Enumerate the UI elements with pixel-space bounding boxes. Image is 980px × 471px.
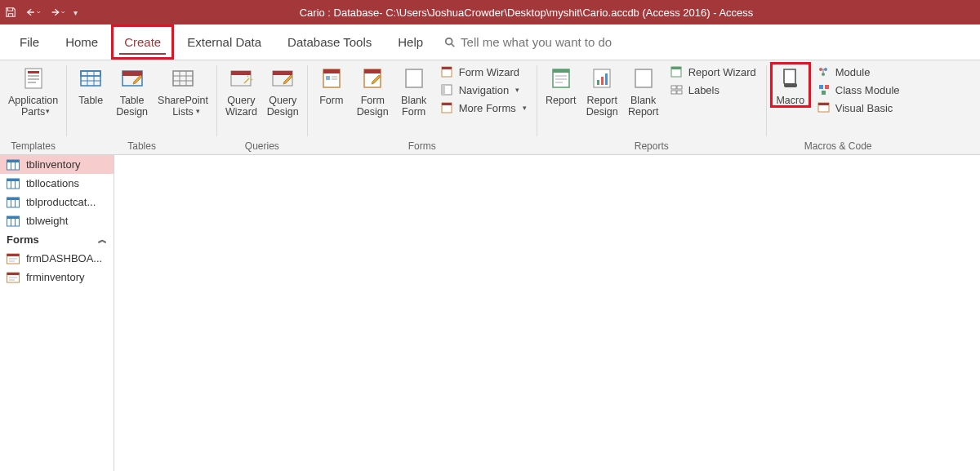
more-forms-button[interactable]: More Forms▾	[436, 100, 532, 116]
navigation-button[interactable]: Navigation▾	[436, 82, 532, 98]
sharepoint-lists-button[interactable]: SharePoint Lists ▾	[154, 64, 212, 115]
group-tables-label: Tables	[72, 140, 212, 154]
application-parts-button[interactable]: Application Parts ▾	[5, 64, 61, 115]
content-area: tblinventory tbllocations tblproductcat.…	[0, 155, 980, 471]
svg-rect-86	[7, 273, 20, 275]
tab-home[interactable]: Home	[52, 24, 111, 60]
visual-basic-icon	[817, 101, 831, 114]
more-forms-label: More Forms	[459, 102, 516, 114]
module-button[interactable]: Module	[813, 64, 905, 80]
labels-button[interactable]: Labels	[666, 82, 761, 98]
svg-rect-64	[818, 103, 829, 105]
svg-rect-54	[784, 83, 797, 87]
macro-button[interactable]: Macro	[772, 64, 809, 106]
report-design-button[interactable]: Report Design	[583, 64, 621, 118]
tell-me-placeholder: Tell me what you want to do	[461, 35, 612, 49]
class-module-icon	[817, 83, 831, 96]
dropdown-caret-icon: ▾	[523, 104, 527, 112]
nav-table-item[interactable]: tbllocations	[0, 174, 114, 193]
svg-line-1	[452, 43, 455, 47]
table-button[interactable]: Table	[72, 64, 109, 106]
report-design-label: Report Design	[586, 95, 618, 118]
more-forms-icon	[441, 101, 454, 114]
tab-external-data[interactable]: External Data	[174, 24, 274, 60]
nav-form-item[interactable]: frmDASHBOA...	[0, 249, 114, 268]
dropdown-caret-icon: ▾	[515, 86, 519, 94]
dropdown-caret-icon: ▾	[46, 107, 50, 115]
undo-icon[interactable]	[24, 7, 41, 18]
macro-label: Macro	[776, 95, 804, 106]
svg-rect-7	[81, 71, 100, 86]
ribbon-tab-row: File Home Create External Data Database …	[0, 24, 980, 60]
table-design-icon	[119, 65, 145, 91]
main-workspace	[114, 155, 980, 471]
svg-rect-30	[364, 69, 381, 73]
save-icon[interactable]	[5, 7, 16, 18]
navigation-icon	[441, 83, 454, 96]
visual-basic-label: Visual Basic	[835, 102, 893, 114]
svg-rect-21	[231, 71, 251, 75]
form-design-button[interactable]: Form Design	[354, 64, 392, 118]
report-wizard-label: Report Wizard	[688, 66, 756, 78]
blank-form-label: Blank Form	[401, 95, 426, 118]
svg-rect-70	[7, 179, 20, 181]
tab-file[interactable]: File	[7, 24, 52, 60]
svg-rect-49	[671, 67, 681, 69]
window-title: Cario : Database- C:\Users\JoshuaCrowder…	[78, 7, 975, 19]
application-parts-icon	[20, 65, 47, 91]
group-tables: Table Table Design SharePoint Lists ▾ Ta…	[67, 60, 216, 154]
class-module-button[interactable]: Class Module	[813, 82, 905, 98]
nav-table-item[interactable]: tblproductcat...	[0, 193, 114, 211]
svg-rect-26	[326, 76, 330, 80]
nav-item-label: frminventory	[26, 271, 85, 283]
blank-report-button[interactable]: Blank Report	[625, 64, 662, 118]
svg-rect-74	[7, 198, 20, 200]
query-wizard-label: Query Wizard	[225, 95, 257, 118]
nav-forms-header[interactable]: Forms ︽	[0, 230, 114, 249]
blank-report-icon	[630, 65, 657, 91]
table-design-button[interactable]: Table Design	[113, 64, 151, 118]
tab-database-tools[interactable]: Database Tools	[274, 24, 385, 60]
nav-table-item[interactable]: tblweight	[0, 211, 114, 230]
svg-rect-51	[677, 86, 682, 89]
svg-rect-45	[601, 77, 604, 85]
qat-customize-icon[interactable]: ▾	[74, 8, 78, 17]
module-icon	[817, 65, 831, 78]
dropdown-caret-icon: ▾	[196, 107, 200, 115]
svg-rect-23	[273, 71, 292, 75]
svg-rect-37	[442, 103, 452, 105]
svg-rect-39	[553, 69, 569, 73]
visual-basic-button[interactable]: Visual Basic	[813, 100, 905, 116]
svg-rect-62	[822, 91, 826, 95]
nav-form-item[interactable]: frminventory	[0, 268, 114, 287]
nav-table-item[interactable]: tblinventory	[0, 155, 114, 174]
query-wizard-button[interactable]: Query Wizard	[222, 64, 261, 118]
query-design-button[interactable]: Query Design	[264, 64, 302, 118]
blank-report-label: Blank Report	[628, 95, 659, 118]
nav-header-label: Forms	[7, 233, 39, 246]
report-button[interactable]: Report	[542, 64, 580, 106]
tab-help[interactable]: Help	[385, 24, 436, 60]
svg-rect-50	[671, 86, 676, 89]
form-button[interactable]: Form	[313, 64, 350, 106]
collapse-icon: ︽	[98, 233, 107, 246]
group-macros-code: Macro Module Class Module Visual Basic M…	[767, 60, 910, 154]
svg-rect-15	[173, 71, 193, 86]
table-design-label: Table Design	[116, 95, 148, 118]
form-wizard-label: Form Wizard	[459, 66, 519, 78]
form-design-icon	[359, 65, 385, 91]
svg-rect-78	[7, 216, 20, 219]
report-wizard-button[interactable]: Report Wizard	[666, 64, 761, 80]
report-design-icon	[589, 65, 615, 91]
svg-rect-52	[671, 91, 676, 94]
tell-me-search[interactable]: Tell me what you want to do	[444, 24, 612, 60]
form-icon	[318, 65, 345, 91]
redo-icon[interactable]	[49, 7, 65, 18]
nav-item-label: frmDASHBOA...	[26, 252, 102, 264]
blank-form-button[interactable]: Blank Form	[395, 64, 433, 118]
tab-create[interactable]: Create	[111, 24, 174, 60]
group-templates-label: Templates	[5, 140, 61, 154]
quick-access-toolbar: ▾	[5, 7, 78, 18]
form-wizard-button[interactable]: Form Wizard	[436, 64, 532, 80]
labels-icon	[670, 83, 684, 96]
